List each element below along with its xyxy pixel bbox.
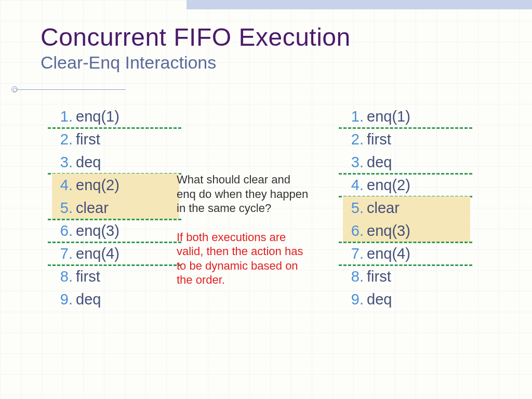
- slide-subtitle: Clear-Enq Interactions: [41, 52, 351, 73]
- list-item: 2.first: [343, 128, 470, 151]
- divider-line: [11, 89, 126, 90]
- list-item: 9.deq: [52, 288, 179, 311]
- item-operation: enq(4): [367, 245, 410, 262]
- item-operation: first: [367, 268, 391, 285]
- list-item: 5.clear: [52, 196, 179, 219]
- list-item: 7.enq(4): [52, 242, 179, 265]
- list-item: 6.enq(3): [52, 219, 179, 242]
- item-number: 9.: [345, 291, 367, 308]
- item-number: 4.: [345, 177, 367, 194]
- slide-title: Concurrent FIFO Execution: [41, 23, 351, 51]
- operation-list-left: 1.enq(1)2.first3.deq4.enq(2)5.clear6.enq…: [52, 105, 179, 311]
- item-number: 7.: [54, 245, 76, 262]
- item-operation: enq(3): [367, 222, 410, 240]
- item-operation: clear: [367, 200, 400, 217]
- item-operation: enq(2): [76, 177, 119, 194]
- item-number: 8.: [54, 268, 76, 285]
- item-number: 9.: [54, 291, 76, 308]
- item-operation: enq(1): [76, 108, 119, 125]
- item-operation: first: [367, 131, 391, 148]
- item-operation: enq(2): [367, 177, 410, 194]
- list-item: 8.first: [343, 265, 470, 288]
- center-commentary: What should clear and enq do when they h…: [177, 172, 312, 287]
- item-number: 3.: [54, 154, 76, 171]
- list-item: 5.clear: [343, 196, 470, 219]
- list-item: 3.deq: [52, 151, 179, 174]
- item-operation: enq(1): [367, 108, 410, 125]
- item-number: 4.: [54, 177, 76, 194]
- divider-bullet-icon: [11, 86, 18, 92]
- list-item: 6.enq(3): [343, 219, 470, 242]
- question-text: What should clear and enq do when they h…: [177, 172, 312, 216]
- item-number: 2.: [345, 131, 367, 148]
- list-item: 4.enq(2): [343, 174, 470, 196]
- list-item: 1.enq(1): [52, 105, 179, 128]
- item-number: 5.: [345, 200, 367, 217]
- item-operation: deq: [76, 154, 101, 171]
- item-number: 5.: [54, 200, 76, 217]
- item-operation: first: [76, 268, 100, 285]
- list-item: 1.enq(1): [343, 105, 470, 128]
- list-item: 2.first: [52, 128, 179, 151]
- item-operation: deq: [367, 154, 392, 171]
- item-number: 6.: [54, 222, 76, 240]
- item-number: 2.: [54, 131, 76, 148]
- list-item: 8.first: [52, 265, 179, 288]
- list-item: 4.enq(2): [52, 174, 179, 196]
- item-number: 8.: [345, 268, 367, 285]
- list-item: 7.enq(4): [343, 242, 470, 265]
- answer-text: If both executions are valid, then the a…: [177, 230, 312, 287]
- item-operation: enq(3): [76, 222, 119, 240]
- item-number: 3.: [345, 154, 367, 171]
- operation-list-right: 1.enq(1)2.first3.deq4.enq(2)5.clear6.enq…: [343, 105, 470, 311]
- list-item: 9.deq: [343, 288, 470, 311]
- item-number: 1.: [345, 108, 367, 125]
- item-operation: first: [76, 131, 100, 148]
- item-operation: deq: [76, 291, 101, 308]
- top-color-band: [187, 0, 532, 9]
- list-item: 3.deq: [343, 151, 470, 174]
- item-operation: deq: [367, 291, 392, 308]
- item-number: 6.: [345, 222, 367, 240]
- item-number: 7.: [345, 245, 367, 262]
- item-number: 1.: [54, 108, 76, 125]
- item-operation: enq(4): [76, 245, 119, 262]
- item-operation: clear: [76, 200, 109, 217]
